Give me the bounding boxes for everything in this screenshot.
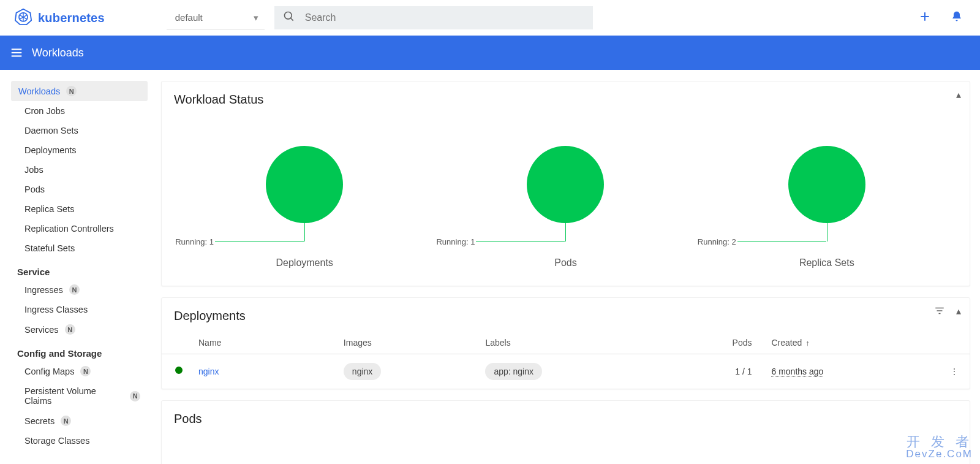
sidebar-item-label: Ingresses	[24, 285, 63, 295]
sidebar-item-label: Config Maps	[24, 367, 74, 376]
namespace-badge: N	[66, 86, 77, 96]
pods-count: 1 / 1	[665, 354, 761, 389]
sidebar-item-cron-jobs[interactable]: Cron Jobs	[11, 101, 148, 121]
running-label: Running: 1	[435, 237, 476, 246]
running-label: Running: 1	[174, 237, 215, 246]
status-chart-deployments: Running: 1Deployments	[266, 146, 343, 268]
svg-line-6	[20, 17, 23, 19]
sidebar-item-label: Stateful Sets	[24, 243, 75, 253]
more-vert-icon: ⋮	[950, 367, 959, 376]
created-age: 6 months ago	[771, 367, 823, 377]
sidebar-item-replica-sets[interactable]: Replica Sets	[11, 199, 148, 219]
sidebar-item-label: Deployments	[24, 145, 77, 155]
plus-icon	[919, 10, 931, 25]
running-label: Running: 2	[696, 237, 737, 246]
search-bar[interactable]	[274, 6, 593, 29]
topbar: kubernetes default ▾	[0, 0, 980, 36]
status-chart-replica-sets: Running: 2Replica Sets	[788, 146, 865, 268]
sidebar-item-label: Daemon Sets	[24, 126, 78, 135]
collapse-icon[interactable]: ▴	[956, 89, 961, 101]
card-title: Pods	[174, 412, 957, 426]
sidebar-item-config-maps[interactable]: Config MapsN	[11, 361, 148, 381]
deployments-table: Name Images Labels Pods Created ↑ nginxn…	[162, 332, 970, 389]
table-row: nginxnginxapp: nginx1 / 16 months ago⋮	[162, 354, 970, 389]
sidebar-item-label: Replication Controllers	[24, 224, 114, 234]
chart-name: Replica Sets	[799, 257, 854, 268]
sidebar-item-storage-classes[interactable]: Storage Classes	[11, 431, 148, 451]
sidebar-item-label: Jobs	[24, 165, 43, 175]
chart-name: Deployments	[276, 257, 333, 268]
sidebar-item-pods[interactable]: Pods	[11, 180, 148, 199]
workload-status-card: Workload Status ▴ Running: 1DeploymentsR…	[161, 81, 970, 286]
sidebar-item-label: Cron Jobs	[24, 106, 65, 116]
namespace-badge: N	[130, 391, 140, 401]
sidebar-item-services[interactable]: ServicesN	[11, 319, 148, 340]
row-menu-button[interactable]: ⋮	[939, 354, 970, 389]
sidebar-item-stateful-sets[interactable]: Stateful Sets	[11, 238, 148, 258]
sidebar-item-daemon-sets[interactable]: Daemon Sets	[11, 121, 148, 140]
sidebar-item-ingresses[interactable]: IngressesN	[11, 280, 148, 300]
label-chip: app: nginx	[485, 363, 542, 380]
image-chip: nginx	[344, 363, 381, 380]
svg-line-9	[290, 18, 293, 21]
search-icon	[283, 10, 295, 25]
pie-icon: Running: 1	[266, 146, 343, 223]
kubernetes-logo-icon	[15, 8, 32, 28]
sidebar-item-label: Persistent Volume Claims	[24, 386, 124, 406]
sidebar-item-workloads[interactable]: WorkloadsN	[11, 81, 148, 101]
sidebar-item-replication-controllers[interactable]: Replication Controllers	[11, 219, 148, 238]
svg-point-8	[284, 12, 292, 20]
card-title: Deployments	[162, 309, 970, 323]
sidebar-item-label: Replica Sets	[24, 204, 74, 214]
namespace-badge: N	[80, 366, 91, 376]
pods-card: Pods	[161, 400, 970, 464]
sidebar-item-label: Services	[24, 325, 59, 335]
deployments-card: Deployments ▴ Name Images Labels Pods Cr…	[161, 297, 970, 389]
namespace-value: default	[175, 12, 203, 23]
status-chart-pods: Running: 1Pods	[527, 146, 604, 268]
page-title: Workloads	[32, 47, 84, 59]
card-title: Workload Status	[174, 93, 957, 107]
svg-line-3	[23, 15, 27, 17]
sidebar-item-secrets[interactable]: SecretsN	[11, 411, 148, 431]
sidebar: WorkloadsNCron JobsDaemon SetsDeployment…	[0, 70, 156, 464]
namespace-badge: N	[69, 284, 80, 295]
pie-icon: Running: 2	[788, 146, 865, 223]
col-pods[interactable]: Pods	[665, 332, 761, 354]
hamburger-icon[interactable]	[10, 46, 23, 59]
sidebar-item-deployments[interactable]: Deployments	[11, 140, 148, 160]
sidebar-item-persistent-volume-claims[interactable]: Persistent Volume ClaimsN	[11, 381, 148, 411]
create-button[interactable]	[914, 7, 936, 29]
chevron-down-icon: ▾	[254, 12, 258, 23]
collapse-icon[interactable]: ▴	[956, 305, 961, 319]
namespace-badge: N	[61, 416, 71, 426]
pie-icon: Running: 1	[527, 146, 604, 223]
col-images[interactable]: Images	[334, 332, 476, 354]
sidebar-item-label: Storage Classes	[24, 436, 89, 446]
svg-line-4	[23, 17, 27, 19]
sidebar-item-label: Workloads	[18, 86, 60, 96]
sidebar-item-ingress-classes[interactable]: Ingress Classes	[11, 300, 148, 319]
sort-asc-icon: ↑	[805, 338, 810, 348]
sidebar-item-label: Pods	[24, 184, 45, 194]
sidebar-item-label: Secrets	[24, 416, 55, 426]
sidebar-item-label: Ingress Classes	[24, 305, 88, 314]
main: Workload Status ▴ Running: 1DeploymentsR…	[156, 70, 980, 464]
chart-name: Pods	[554, 257, 576, 268]
bell-icon	[951, 10, 963, 25]
sidebar-item-jobs[interactable]: Jobs	[11, 160, 148, 180]
col-name[interactable]: Name	[162, 332, 334, 354]
status-dot-icon	[175, 367, 183, 374]
brand: kubernetes	[15, 8, 105, 28]
search-input[interactable]	[304, 12, 584, 24]
col-labels[interactable]: Labels	[475, 332, 665, 354]
deployment-name-link[interactable]: nginx	[198, 367, 219, 376]
namespace-select[interactable]: default ▾	[167, 6, 265, 29]
col-created[interactable]: Created ↑	[761, 332, 939, 354]
svg-line-7	[20, 15, 23, 17]
notifications-button[interactable]	[946, 7, 968, 29]
sidebar-section-head: Config and Storage	[11, 340, 148, 361]
brand-text: kubernetes	[38, 11, 105, 25]
section-bar: Workloads	[0, 36, 980, 70]
filter-icon[interactable]	[934, 305, 945, 319]
